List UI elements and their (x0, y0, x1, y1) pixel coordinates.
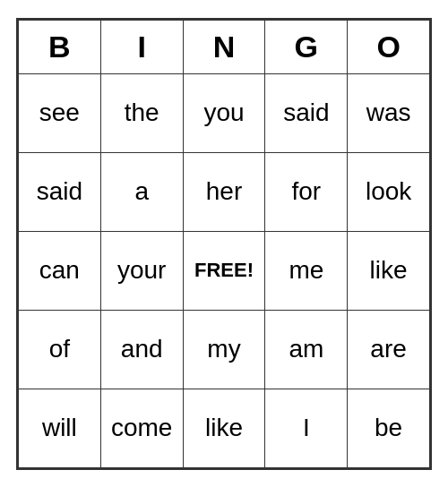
table-row: saidaherforlook (19, 152, 430, 231)
cell-3-1: and (100, 310, 183, 389)
header-o: O (348, 20, 430, 73)
bingo-table: B I N G O seetheyousaidwassaidaherforloo… (18, 20, 430, 468)
header-b: B (19, 20, 101, 73)
cell-0-0: see (19, 73, 101, 152)
cell-1-2: her (183, 152, 265, 231)
cell-1-4: look (348, 152, 430, 231)
cell-4-2: like (183, 389, 265, 467)
cell-2-1: your (100, 231, 183, 310)
cell-2-2: FREE! (183, 231, 265, 310)
cell-1-0: said (19, 152, 101, 231)
cell-3-0: of (19, 310, 101, 389)
header-g: G (265, 20, 348, 73)
cell-3-4: are (348, 310, 430, 389)
table-row: ofandmyamare (19, 310, 430, 389)
cell-0-3: said (265, 73, 348, 152)
cell-1-3: for (265, 152, 348, 231)
header-n: N (183, 20, 265, 73)
bingo-body: seetheyousaidwassaidaherforlookcanyourFR… (19, 73, 430, 467)
header-i: I (100, 20, 183, 73)
cell-3-3: am (265, 310, 348, 389)
cell-2-3: me (265, 231, 348, 310)
bingo-card: B I N G O seetheyousaidwassaidaherforloo… (16, 18, 432, 470)
cell-1-1: a (100, 152, 183, 231)
cell-0-4: was (348, 73, 430, 152)
cell-0-1: the (100, 73, 183, 152)
cell-4-3: I (265, 389, 348, 467)
header-row: B I N G O (19, 20, 430, 73)
cell-2-0: can (19, 231, 101, 310)
cell-4-4: be (348, 389, 430, 467)
cell-4-0: will (19, 389, 101, 467)
table-row: canyourFREE!melike (19, 231, 430, 310)
cell-0-2: you (183, 73, 265, 152)
cell-2-4: like (348, 231, 430, 310)
table-row: seetheyousaidwas (19, 73, 430, 152)
cell-4-1: come (100, 389, 183, 467)
table-row: willcomelikeIbe (19, 389, 430, 467)
cell-3-2: my (183, 310, 265, 389)
